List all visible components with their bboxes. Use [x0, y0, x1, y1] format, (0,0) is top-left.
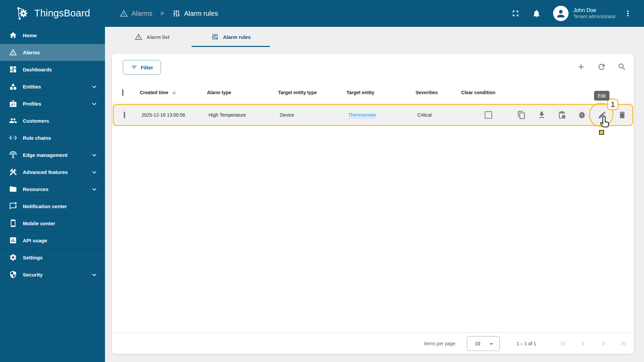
user-info[interactable]: John Doe Tenant administrator — [573, 7, 616, 20]
thingsboard-screen: ThingsBoard Alarms > Alarm rules — [0, 0, 644, 362]
alarm-rules-table-card: Filter Created time Alarm type — [112, 54, 634, 354]
add-icon[interactable] — [577, 62, 586, 71]
filter-button[interactable]: Filter — [123, 60, 161, 75]
chevron-down-icon — [90, 168, 98, 176]
delete-button[interactable] — [615, 108, 629, 122]
select-all-checkbox[interactable] — [122, 89, 123, 96]
row-alarm-type: High Temperature — [209, 112, 246, 118]
sidebar-item-rule-chains[interactable]: Rule chains — [0, 129, 105, 146]
pending-actions-icon — [557, 111, 566, 119]
thingsboard-logo[interactable]: ThingsBoard — [0, 5, 90, 21]
pagination-range: 1 – 1 of 1 — [517, 341, 536, 346]
last-page-icon[interactable] — [620, 340, 628, 348]
kebab-menu-icon[interactable] — [623, 9, 633, 18]
row-checkbox[interactable] — [124, 112, 125, 118]
table-header-row: Created time Alarm type Target entity ty… — [112, 83, 634, 102]
column-severities[interactable]: Severities — [416, 90, 438, 95]
category-icon — [9, 82, 17, 90]
thingsboard-logo-icon — [15, 5, 31, 21]
clear-condition-checkbox[interactable] — [485, 111, 492, 119]
gear-icon — [9, 253, 17, 261]
tab-alarm-list[interactable]: Alarm list — [115, 27, 189, 47]
sidebar-item-label: Resources — [23, 186, 49, 192]
chevron-down-icon — [90, 271, 98, 279]
breadcrumb: Alarms > Alarm rules — [119, 0, 218, 27]
pagination-nav — [559, 333, 628, 354]
sidebar-item-label: Alarms — [23, 50, 40, 55]
people-icon — [9, 117, 17, 125]
home-icon — [9, 31, 17, 39]
user-name: John Doe — [573, 7, 616, 14]
fullscreen-icon[interactable] — [511, 9, 520, 18]
breadcrumb-alarm-rules: Alarm rules — [172, 9, 218, 18]
copy-button[interactable] — [515, 108, 528, 122]
sidebar-item-entities[interactable]: Entities — [0, 78, 105, 95]
table-row[interactable]: 2025-12-16 13:00:56 High Temperature Dev… — [113, 104, 633, 126]
sidebar-item-label: Dashboards — [23, 67, 52, 72]
edit-tooltip: Edit — [594, 91, 609, 101]
column-clear-condition[interactable]: Clear condition — [461, 90, 495, 95]
chevron-right-icon[interactable] — [599, 340, 607, 348]
sidebar-item-mobile-center[interactable]: Mobile center — [0, 215, 105, 232]
table-footer: Items per page: 10 1 – 1 of 1 — [112, 333, 634, 354]
alarm-rules-icon — [172, 9, 181, 18]
antenna-icon — [9, 151, 17, 159]
chevron-down-icon — [90, 100, 98, 108]
search-icon[interactable] — [618, 62, 627, 71]
tab-alarm-rules[interactable]: Alarm rules — [189, 27, 273, 47]
sidebar-item-profiles[interactable]: Profiles — [0, 95, 105, 112]
sidebar-item-api-usage[interactable]: API usage — [0, 232, 105, 249]
warning-icon — [119, 9, 128, 18]
breadcrumb-separator: > — [160, 10, 164, 17]
test-button[interactable] — [555, 108, 569, 122]
sidebar-item-alarms[interactable]: Alarms — [0, 44, 105, 61]
notifications-bell-icon[interactable] — [532, 9, 541, 18]
chevron-down-icon — [90, 83, 98, 91]
chevron-down-icon — [90, 151, 98, 159]
column-alarm-type[interactable]: Alarm type — [207, 90, 231, 95]
dashboard-icon — [9, 65, 17, 73]
tour-click-marker — [599, 130, 604, 135]
sidebar-item-resources[interactable]: Resources — [0, 181, 105, 198]
sidebar-item-advanced-features[interactable]: Advanced features — [0, 164, 105, 181]
sidebar-item-label: Advanced features — [23, 169, 68, 175]
sidebar-item-label: Settings — [23, 255, 43, 260]
delete-icon — [618, 111, 627, 119]
sidebar-item-customers[interactable]: Customers — [0, 112, 105, 129]
app-title: ThingsBoard — [34, 8, 90, 19]
badge-icon — [9, 100, 17, 108]
export-button[interactable] — [535, 108, 548, 122]
column-created-time[interactable]: Created time — [140, 89, 177, 96]
chevron-left-icon[interactable] — [579, 340, 587, 348]
sidebar-item-label: API usage — [23, 238, 47, 243]
debug-button[interactable] — [575, 108, 589, 122]
sidebar-item-label: Edge management — [23, 152, 67, 158]
main-content: Alarm list Alarm rules Filter — [105, 27, 644, 362]
sidebar-item-label: Security — [23, 272, 43, 278]
tab-bar: Alarm list Alarm rules — [115, 27, 273, 47]
sidebar: HomeAlarmsDashboardsEntitiesProfilesCust… — [0, 27, 105, 362]
breadcrumb-alarms[interactable]: Alarms — [119, 9, 152, 18]
page-size-select[interactable]: 10 — [467, 336, 500, 351]
sidebar-item-notification-center[interactable]: Notification center — [0, 198, 105, 215]
column-target-entity-type[interactable]: Target entity type — [278, 90, 317, 95]
shield-icon — [9, 270, 17, 279]
sidebar-item-settings[interactable]: Settings — [0, 249, 105, 266]
refresh-icon[interactable] — [597, 62, 606, 71]
sidebar-item-security[interactable]: Security — [0, 266, 105, 283]
avatar[interactable] — [553, 6, 569, 21]
sidebar-item-label: Home — [23, 33, 37, 38]
page-size-value: 10 — [475, 341, 480, 346]
app-header: ThingsBoard Alarms > Alarm rules — [0, 0, 644, 27]
copy-icon — [517, 111, 526, 119]
chevron-down-icon — [487, 340, 495, 348]
column-target-entity[interactable]: Target entity — [346, 90, 374, 95]
sidebar-item-home[interactable]: Home — [0, 27, 105, 44]
first-page-icon[interactable] — [559, 340, 567, 348]
sidebar-item-label: Mobile center — [23, 221, 55, 226]
bug-icon — [578, 111, 586, 119]
sidebar-item-edge-management[interactable]: Edge management — [0, 146, 105, 164]
target-entity-link[interactable]: Thermometer — [348, 112, 376, 118]
mouse-cursor — [598, 115, 611, 130]
sidebar-item-dashboards[interactable]: Dashboards — [0, 61, 105, 78]
